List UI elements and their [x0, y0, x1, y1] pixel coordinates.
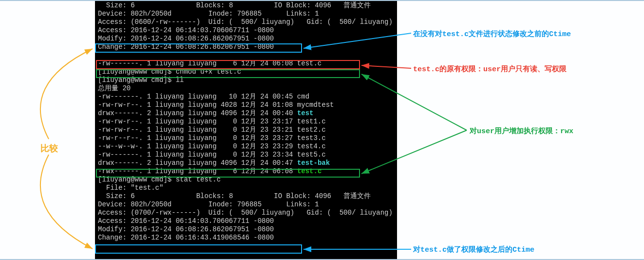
- curve-orange-down: [40, 155, 93, 249]
- stat1-line2: Device: 802h/2050d Inode: 796885 Links: …: [98, 10, 319, 18]
- ls-before: -rw-------. 1 liuyang liuyang 6 12月 24 0…: [98, 60, 322, 67]
- total-line: 总用量 20: [98, 84, 131, 92]
- stat1-mtime: Modify: 2016-12-24 06:08:26.862067951 -0…: [98, 35, 274, 42]
- stat2-ctime: Change: 2016-12-24 06:16:43.419068546 -0…: [98, 234, 274, 241]
- ll-rows: -rw-------. 1 liuyang liuyang 10 12月 24 …: [98, 93, 334, 175]
- stat1-atime: Access: 2016-12-24 06:14:03.706067711 -0…: [98, 26, 274, 34]
- stat1-accessperm: Access: (0600/-rw-------) Uid: ( 500/ li…: [98, 18, 393, 26]
- prompt-stat: [liuyang@www cmd]$ stat test.c: [98, 176, 221, 183]
- annot-rwx: 对user用户增加执行权限：rwx: [470, 126, 573, 136]
- curve-orange-up: [40, 49, 93, 139]
- annot-ctime-before: 在没有对test.c文件进行状态修改之前的Ctime: [413, 29, 571, 39]
- stat2-accessperm: Access: (0700/-rwx------) Uid: ( 500/ li…: [98, 209, 393, 217]
- annot-compare: 比较: [40, 142, 58, 154]
- stat2-line1: Size: 6 Blocks: 8 IO Block: 4096 普通文件: [98, 192, 371, 200]
- stat1-line1: Size: 6 Blocks: 8 IO Block: 4096 普通文件: [98, 1, 371, 9]
- stat2-line2: Device: 802h/2050d Inode: 796885 Links: …: [98, 200, 319, 208]
- stat1-ctime: Change: 2016-12-24 06:08:26.862067951 -0…: [98, 43, 274, 51]
- stat2-mtime: Modify: 2016-12-24 06:08:26.862067951 -0…: [98, 225, 274, 233]
- prompt-ll: [liuyang@www cmd]$ ll: [98, 76, 184, 84]
- annot-old-perm: test.c的原有权限：user用户只有读、写权限: [413, 64, 567, 74]
- terminal[interactable]: Size: 6 Blocks: 8 IO Block: 4096 普通文件 De…: [95, 1, 397, 259]
- stat2-atime: Access: 2016-12-24 06:14:03.706067711 -0…: [98, 217, 274, 225]
- annot-ctime-after: 对test.c做了权限修改之后的Ctime: [413, 245, 534, 254]
- prompt-chmod: [liuyang@www cmd]$ chmod u+x test.c: [98, 68, 241, 76]
- stat2-file: File: "test.c": [98, 184, 163, 192]
